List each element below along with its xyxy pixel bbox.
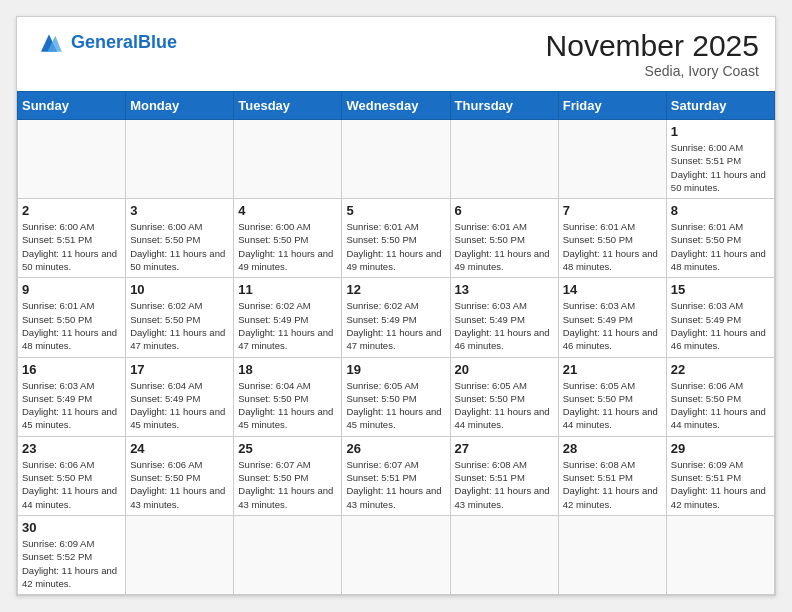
day-number: 11 [238, 282, 337, 297]
day-info: Sunrise: 6:09 AM Sunset: 5:52 PM Dayligh… [22, 537, 121, 590]
day-cell: 27Sunrise: 6:08 AM Sunset: 5:51 PM Dayli… [450, 436, 558, 515]
day-info: Sunrise: 6:01 AM Sunset: 5:50 PM Dayligh… [455, 220, 554, 273]
day-info: Sunrise: 6:00 AM Sunset: 5:51 PM Dayligh… [671, 141, 770, 194]
day-cell [558, 120, 666, 199]
day-cell: 3Sunrise: 6:00 AM Sunset: 5:50 PM Daylig… [126, 199, 234, 278]
day-cell: 18Sunrise: 6:04 AM Sunset: 5:50 PM Dayli… [234, 357, 342, 436]
day-info: Sunrise: 6:05 AM Sunset: 5:50 PM Dayligh… [563, 379, 662, 432]
day-info: Sunrise: 6:00 AM Sunset: 5:50 PM Dayligh… [130, 220, 229, 273]
day-info: Sunrise: 6:01 AM Sunset: 5:50 PM Dayligh… [22, 299, 121, 352]
day-info: Sunrise: 6:06 AM Sunset: 5:50 PM Dayligh… [671, 379, 770, 432]
day-cell [234, 120, 342, 199]
day-number: 24 [130, 441, 229, 456]
weekday-header-tuesday: Tuesday [234, 92, 342, 120]
day-number: 20 [455, 362, 554, 377]
day-cell: 29Sunrise: 6:09 AM Sunset: 5:51 PM Dayli… [666, 436, 774, 515]
day-cell [18, 120, 126, 199]
day-cell: 1Sunrise: 6:00 AM Sunset: 5:51 PM Daylig… [666, 120, 774, 199]
day-cell: 17Sunrise: 6:04 AM Sunset: 5:49 PM Dayli… [126, 357, 234, 436]
day-info: Sunrise: 6:04 AM Sunset: 5:49 PM Dayligh… [130, 379, 229, 432]
day-info: Sunrise: 6:04 AM Sunset: 5:50 PM Dayligh… [238, 379, 337, 432]
day-cell: 8Sunrise: 6:01 AM Sunset: 5:50 PM Daylig… [666, 199, 774, 278]
day-number: 2 [22, 203, 121, 218]
day-number: 22 [671, 362, 770, 377]
month-title: November 2025 [546, 29, 759, 63]
location-title: Sedia, Ivory Coast [546, 63, 759, 79]
day-info: Sunrise: 6:02 AM Sunset: 5:49 PM Dayligh… [238, 299, 337, 352]
day-number: 21 [563, 362, 662, 377]
day-info: Sunrise: 6:01 AM Sunset: 5:50 PM Dayligh… [346, 220, 445, 273]
day-cell: 19Sunrise: 6:05 AM Sunset: 5:50 PM Dayli… [342, 357, 450, 436]
day-info: Sunrise: 6:08 AM Sunset: 5:51 PM Dayligh… [563, 458, 662, 511]
day-cell: 6Sunrise: 6:01 AM Sunset: 5:50 PM Daylig… [450, 199, 558, 278]
day-info: Sunrise: 6:01 AM Sunset: 5:50 PM Dayligh… [671, 220, 770, 273]
day-info: Sunrise: 6:03 AM Sunset: 5:49 PM Dayligh… [455, 299, 554, 352]
day-number: 5 [346, 203, 445, 218]
day-number: 12 [346, 282, 445, 297]
weekday-header-row: SundayMondayTuesdayWednesdayThursdayFrid… [18, 92, 775, 120]
day-info: Sunrise: 6:05 AM Sunset: 5:50 PM Dayligh… [346, 379, 445, 432]
day-cell: 25Sunrise: 6:07 AM Sunset: 5:50 PM Dayli… [234, 436, 342, 515]
day-info: Sunrise: 6:03 AM Sunset: 5:49 PM Dayligh… [22, 379, 121, 432]
day-number: 14 [563, 282, 662, 297]
weekday-header-saturday: Saturday [666, 92, 774, 120]
day-cell: 9Sunrise: 6:01 AM Sunset: 5:50 PM Daylig… [18, 278, 126, 357]
day-info: Sunrise: 6:00 AM Sunset: 5:50 PM Dayligh… [238, 220, 337, 273]
day-cell [558, 515, 666, 594]
day-info: Sunrise: 6:05 AM Sunset: 5:50 PM Dayligh… [455, 379, 554, 432]
day-number: 4 [238, 203, 337, 218]
week-row-4: 23Sunrise: 6:06 AM Sunset: 5:50 PM Dayli… [18, 436, 775, 515]
day-info: Sunrise: 6:07 AM Sunset: 5:50 PM Dayligh… [238, 458, 337, 511]
week-row-0: 1Sunrise: 6:00 AM Sunset: 5:51 PM Daylig… [18, 120, 775, 199]
day-cell: 11Sunrise: 6:02 AM Sunset: 5:49 PM Dayli… [234, 278, 342, 357]
day-number: 8 [671, 203, 770, 218]
day-cell: 14Sunrise: 6:03 AM Sunset: 5:49 PM Dayli… [558, 278, 666, 357]
day-info: Sunrise: 6:07 AM Sunset: 5:51 PM Dayligh… [346, 458, 445, 511]
day-number: 26 [346, 441, 445, 456]
day-number: 18 [238, 362, 337, 377]
day-cell: 5Sunrise: 6:01 AM Sunset: 5:50 PM Daylig… [342, 199, 450, 278]
day-info: Sunrise: 6:02 AM Sunset: 5:49 PM Dayligh… [346, 299, 445, 352]
day-info: Sunrise: 6:06 AM Sunset: 5:50 PM Dayligh… [22, 458, 121, 511]
day-cell: 4Sunrise: 6:00 AM Sunset: 5:50 PM Daylig… [234, 199, 342, 278]
day-number: 27 [455, 441, 554, 456]
logo: GeneralBlue [33, 29, 177, 57]
day-cell [126, 515, 234, 594]
day-cell: 16Sunrise: 6:03 AM Sunset: 5:49 PM Dayli… [18, 357, 126, 436]
day-number: 30 [22, 520, 121, 535]
day-number: 15 [671, 282, 770, 297]
day-cell: 26Sunrise: 6:07 AM Sunset: 5:51 PM Dayli… [342, 436, 450, 515]
day-cell: 30Sunrise: 6:09 AM Sunset: 5:52 PM Dayli… [18, 515, 126, 594]
day-info: Sunrise: 6:03 AM Sunset: 5:49 PM Dayligh… [671, 299, 770, 352]
calendar-grid: SundayMondayTuesdayWednesdayThursdayFrid… [17, 91, 775, 595]
day-number: 16 [22, 362, 121, 377]
calendar-header: GeneralBlue November 2025 Sedia, Ivory C… [17, 17, 775, 83]
day-number: 10 [130, 282, 229, 297]
day-cell: 28Sunrise: 6:08 AM Sunset: 5:51 PM Dayli… [558, 436, 666, 515]
day-number: 7 [563, 203, 662, 218]
day-number: 6 [455, 203, 554, 218]
day-cell [450, 515, 558, 594]
day-cell: 23Sunrise: 6:06 AM Sunset: 5:50 PM Dayli… [18, 436, 126, 515]
day-cell [234, 515, 342, 594]
week-row-2: 9Sunrise: 6:01 AM Sunset: 5:50 PM Daylig… [18, 278, 775, 357]
day-number: 29 [671, 441, 770, 456]
day-number: 25 [238, 441, 337, 456]
day-number: 3 [130, 203, 229, 218]
logo-text: GeneralBlue [71, 33, 177, 53]
day-cell: 21Sunrise: 6:05 AM Sunset: 5:50 PM Dayli… [558, 357, 666, 436]
calendar-container: GeneralBlue November 2025 Sedia, Ivory C… [16, 16, 776, 596]
day-info: Sunrise: 6:08 AM Sunset: 5:51 PM Dayligh… [455, 458, 554, 511]
weekday-header-monday: Monday [126, 92, 234, 120]
weekday-header-wednesday: Wednesday [342, 92, 450, 120]
logo-blue: Blue [138, 32, 177, 52]
logo-icon [33, 29, 65, 57]
day-cell [126, 120, 234, 199]
day-cell [450, 120, 558, 199]
day-cell: 7Sunrise: 6:01 AM Sunset: 5:50 PM Daylig… [558, 199, 666, 278]
day-number: 23 [22, 441, 121, 456]
day-cell [342, 120, 450, 199]
week-row-5: 30Sunrise: 6:09 AM Sunset: 5:52 PM Dayli… [18, 515, 775, 594]
day-number: 19 [346, 362, 445, 377]
logo-general: General [71, 32, 138, 52]
